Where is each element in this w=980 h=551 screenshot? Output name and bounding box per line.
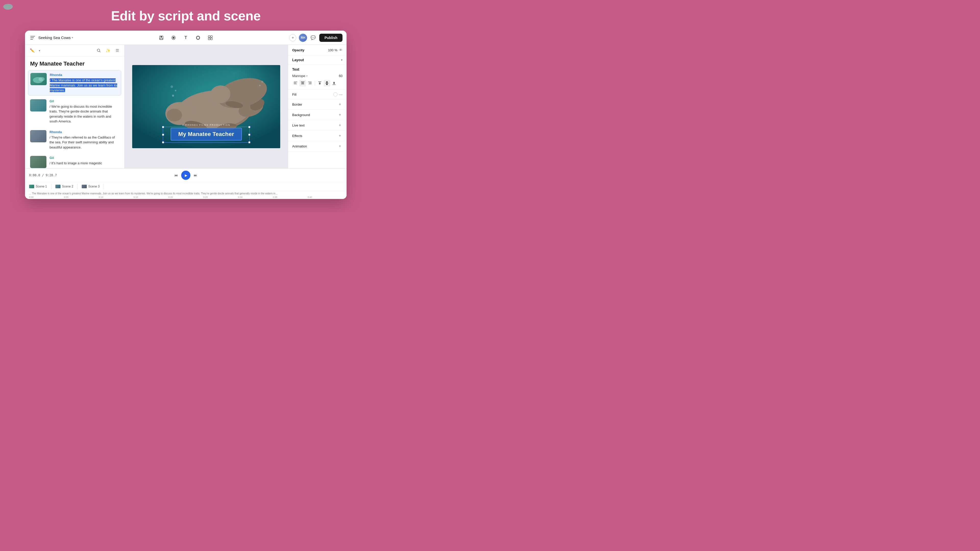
opacity-label: Opacity <box>292 48 304 52</box>
script-text-4: Gil / It's hard to image a more magestic <box>49 156 119 168</box>
timeline-area: 0:00.0 / 9:20.7 ⏮ ▶ ⏭ Scene 1 Scene 2 S <box>25 168 347 199</box>
opacity-row: Opacity 100 % 👁 <box>288 45 347 56</box>
border-row: Border + <box>288 99 347 110</box>
menu-dots-icon[interactable]: ☰ <box>114 48 120 54</box>
background-label: Background <box>292 113 310 117</box>
scene-1-label: Scene 1 <box>36 185 47 188</box>
thumbnail-1 <box>30 73 47 85</box>
border-add-button[interactable]: + <box>337 102 342 107</box>
script-content: Rhonda / The Manatee is one of the ocean… <box>25 70 124 168</box>
shape-icon[interactable] <box>194 34 202 41</box>
menu-icon[interactable] <box>29 34 36 41</box>
user-avatar[interactable]: RH <box>299 34 307 42</box>
magic-icon[interactable]: ✨ <box>105 48 111 54</box>
main-content: ✏️ ▾ ✨ ☰ My Manatee Teacher <box>25 45 347 168</box>
layout-row[interactable]: Layout ▾ <box>288 56 347 65</box>
script-body-4: / It's hard to image a more magestic <box>49 161 119 166</box>
effects-row: Effects + <box>288 130 347 141</box>
play-icon: ▶ <box>185 173 187 177</box>
align-row <box>292 80 342 86</box>
comments-icon[interactable]: 💬 <box>310 34 317 41</box>
svg-rect-52 <box>326 81 328 83</box>
opacity-value-group: 100 % 👁 <box>328 48 342 52</box>
skip-back-button[interactable]: ⏮ <box>172 171 180 179</box>
toolbar-center: T <box>158 34 214 41</box>
svg-line-15 <box>100 51 100 52</box>
project-name[interactable]: Seeking Sea Cows ▾ <box>38 35 73 40</box>
main-title-box[interactable]: My Manatee Teacher <box>171 128 242 141</box>
scene-thumb-2 <box>56 185 60 188</box>
svg-point-37 <box>175 90 177 91</box>
svg-rect-4 <box>161 36 162 38</box>
add-collaborator-button[interactable]: + <box>289 34 296 41</box>
save-icon[interactable] <box>158 34 165 41</box>
svg-point-36 <box>172 95 174 97</box>
thumbnail-3 <box>30 130 46 142</box>
video-frame[interactable]: A RHONDA FILMS PRODUCTION My Manatee Tea… <box>132 65 280 148</box>
font-chevron-icon: ▾ <box>306 75 307 77</box>
script-entry-3[interactable]: Rhonda / They're often referred to as th… <box>28 127 121 152</box>
scene-tab-3[interactable]: Scene 3 <box>78 184 104 189</box>
valign-bottom-button[interactable] <box>331 80 337 86</box>
right-panel: Opacity 100 % 👁 Layout ▾ Text Manrope ▾ <box>288 45 347 168</box>
publish-button[interactable]: Publish <box>319 34 342 42</box>
record-icon[interactable] <box>170 34 177 41</box>
skip-forward-button[interactable]: ⏭ <box>192 171 199 179</box>
speaker-rhonda-1: Rhonda <box>50 73 119 77</box>
scene-2-label: Scene 2 <box>62 185 73 188</box>
pen-icon[interactable]: ✏️ <box>29 48 35 54</box>
font-size[interactable]: 60 <box>339 74 342 78</box>
background-add-button[interactable]: + <box>337 112 342 118</box>
toolbar-right: + RH 💬 Publish <box>289 34 342 42</box>
align-center-button[interactable] <box>299 80 306 86</box>
svg-rect-53 <box>325 83 328 83</box>
chevron-down-icon: ▾ <box>72 36 73 39</box>
svg-rect-43 <box>294 84 297 84</box>
thumbnail-4 <box>30 156 46 168</box>
font-name[interactable]: Manrope ▾ <box>292 74 307 78</box>
speaker-rhonda-2: Rhonda <box>49 130 119 134</box>
fill-circle-icon[interactable] <box>333 92 337 97</box>
svg-rect-51 <box>319 83 321 84</box>
effects-add-button[interactable]: + <box>337 133 342 138</box>
animation-add-button[interactable]: + <box>337 144 342 149</box>
script-text-1: Rhonda / The Manatee is one of the ocean… <box>50 73 119 93</box>
text-tool-icon[interactable]: T <box>182 34 189 41</box>
speaker-gil-2: Gil <box>49 156 119 160</box>
svg-rect-1 <box>30 38 34 38</box>
script-text-2: Gil / We're going to discuss its most in… <box>49 99 119 124</box>
scene-3-label: Scene 3 <box>88 185 100 188</box>
ruler-0:05: 0:05 <box>64 196 99 198</box>
play-button[interactable]: ▶ <box>181 171 190 180</box>
valign-middle-button[interactable] <box>324 80 330 86</box>
script-entry-2[interactable]: Gil / We're going to discuss its most in… <box>28 97 121 127</box>
text-section: Text Manrope ▾ 60 <box>288 65 347 90</box>
scene-tab-2[interactable]: Scene 2 <box>51 184 78 189</box>
svg-rect-9 <box>197 37 199 39</box>
live-text-add-button[interactable]: + <box>337 123 342 128</box>
timeline-ruler: 0:00 0:05 0:10 0:15 0:20 0:25 0:30 0:35 … <box>25 195 347 199</box>
script-body-2: / We're going to discuss its most incred… <box>49 104 119 124</box>
svg-rect-50 <box>318 81 321 82</box>
script-title: My Manatee Teacher <box>25 56 124 70</box>
effects-label: Effects <box>292 134 302 138</box>
align-right-button[interactable] <box>307 80 313 86</box>
script-entry-4[interactable]: Gil / It's hard to image a more magestic <box>28 153 121 168</box>
svg-point-17 <box>38 77 45 81</box>
eye-icon[interactable]: 👁 <box>339 48 342 52</box>
video-background: A RHONDA FILMS PRODUCTION My Manatee Tea… <box>132 65 280 148</box>
title-overlay: A RHONDA FILMS PRODUCTION My Manatee Tea… <box>171 124 242 141</box>
canvas-area: A RHONDA FILMS PRODUCTION My Manatee Tea… <box>124 45 288 168</box>
grid-icon[interactable] <box>207 34 214 41</box>
pen-dropdown-icon[interactable]: ▾ <box>36 48 42 54</box>
search-icon[interactable] <box>96 48 102 54</box>
svg-rect-46 <box>301 84 304 84</box>
ruler-0:35: 0:35 <box>273 196 307 198</box>
scene-tab-1[interactable]: Scene 1 <box>25 184 51 189</box>
script-entry-1[interactable]: Rhonda / The Manatee is one of the ocean… <box>28 70 121 96</box>
svg-rect-10 <box>208 36 210 38</box>
script-body-3: / They're often referred to as the Cadil… <box>49 135 119 150</box>
valign-top-button[interactable] <box>317 80 323 86</box>
production-label: A RHONDA FILMS PRODUCTION <box>171 124 242 126</box>
align-left-button[interactable] <box>292 80 299 86</box>
